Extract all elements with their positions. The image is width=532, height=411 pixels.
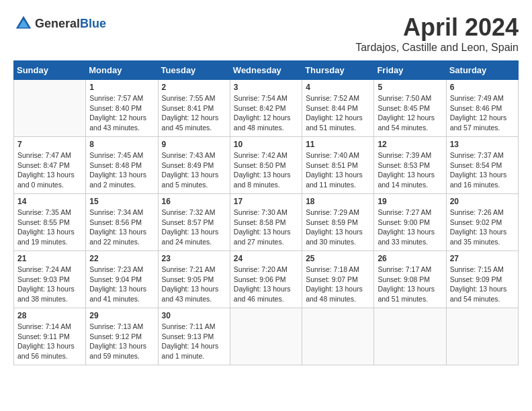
day-number: 7 xyxy=(17,140,82,149)
day-number: 26 xyxy=(378,254,442,263)
calendar-cell xyxy=(302,308,374,365)
day-number: 30 xyxy=(162,311,226,320)
title-section: April 2024 Tardajos, Castille and Leon, … xyxy=(355,13,519,54)
calendar-cell: 10Sunrise: 7:42 AMSunset: 8:50 PMDayligh… xyxy=(230,137,302,194)
day-info: Sunrise: 7:29 AMSunset: 8:59 PMDaylight:… xyxy=(306,208,370,247)
calendar-cell: 6Sunrise: 7:49 AMSunset: 8:46 PMDaylight… xyxy=(446,80,518,137)
day-info: Sunrise: 7:35 AMSunset: 8:55 PMDaylight:… xyxy=(17,208,82,247)
day-number: 25 xyxy=(306,254,370,263)
day-info: Sunrise: 7:42 AMSunset: 8:50 PMDaylight:… xyxy=(234,150,298,190)
day-header-tuesday: Tuesday xyxy=(158,61,230,80)
calendar-cell: 19Sunrise: 7:27 AMSunset: 9:00 PMDayligh… xyxy=(374,194,446,251)
day-number: 27 xyxy=(450,254,515,263)
day-header-monday: Monday xyxy=(86,61,158,80)
day-number: 22 xyxy=(89,254,154,263)
day-info: Sunrise: 7:27 AMSunset: 9:00 PMDaylight:… xyxy=(378,208,442,247)
day-info: Sunrise: 7:43 AMSunset: 8:49 PMDaylight:… xyxy=(162,150,226,190)
calendar-cell: 4Sunrise: 7:52 AMSunset: 8:44 PMDaylight… xyxy=(302,80,374,137)
day-number: 19 xyxy=(378,197,442,206)
calendar-cell: 2Sunrise: 7:55 AMSunset: 8:41 PMDaylight… xyxy=(158,80,230,137)
week-row-5: 28Sunrise: 7:14 AMSunset: 9:11 PMDayligh… xyxy=(14,308,519,365)
calendar-cell: 9Sunrise: 7:43 AMSunset: 8:49 PMDaylight… xyxy=(158,137,230,194)
day-info: Sunrise: 7:39 AMSunset: 8:53 PMDaylight:… xyxy=(378,150,442,190)
day-header-sunday: Sunday xyxy=(14,61,86,80)
day-info: Sunrise: 7:52 AMSunset: 8:44 PMDaylight:… xyxy=(306,93,370,133)
day-number: 16 xyxy=(162,197,226,206)
logo-icon xyxy=(13,13,34,34)
calendar-cell xyxy=(374,308,446,365)
day-number: 2 xyxy=(162,83,226,92)
calendar-cell xyxy=(446,308,518,365)
day-info: Sunrise: 7:30 AMSunset: 8:58 PMDaylight:… xyxy=(234,208,298,247)
calendar-cell: 18Sunrise: 7:29 AMSunset: 8:59 PMDayligh… xyxy=(302,194,374,251)
calendar-cell: 27Sunrise: 7:15 AMSunset: 9:09 PMDayligh… xyxy=(446,251,518,308)
day-number: 1 xyxy=(89,83,154,92)
calendar-cell: 16Sunrise: 7:32 AMSunset: 8:57 PMDayligh… xyxy=(158,194,230,251)
day-number: 13 xyxy=(450,140,515,149)
day-number: 4 xyxy=(306,83,370,92)
day-info: Sunrise: 7:50 AMSunset: 8:45 PMDaylight:… xyxy=(378,93,442,133)
day-number: 6 xyxy=(450,83,515,92)
day-number: 29 xyxy=(89,311,154,320)
calendar-cell: 21Sunrise: 7:24 AMSunset: 9:03 PMDayligh… xyxy=(14,251,86,308)
calendar-cell: 25Sunrise: 7:18 AMSunset: 9:07 PMDayligh… xyxy=(302,251,374,308)
day-info: Sunrise: 7:13 AMSunset: 9:12 PMDaylight:… xyxy=(89,322,154,361)
day-info: Sunrise: 7:54 AMSunset: 8:42 PMDaylight:… xyxy=(234,93,298,133)
day-info: Sunrise: 7:40 AMSunset: 8:51 PMDaylight:… xyxy=(306,150,370,190)
day-number: 17 xyxy=(234,197,298,206)
calendar-table: SundayMondayTuesdayWednesdayThursdayFrid… xyxy=(13,60,519,365)
day-number: 28 xyxy=(17,311,82,320)
day-info: Sunrise: 7:23 AMSunset: 9:04 PMDaylight:… xyxy=(89,265,154,304)
day-info: Sunrise: 7:49 AMSunset: 8:46 PMDaylight:… xyxy=(450,93,515,133)
day-info: Sunrise: 7:11 AMSunset: 9:13 PMDaylight:… xyxy=(162,322,226,361)
day-info: Sunrise: 7:55 AMSunset: 8:41 PMDaylight:… xyxy=(162,93,226,133)
day-info: Sunrise: 7:15 AMSunset: 9:09 PMDaylight:… xyxy=(450,265,515,304)
day-info: Sunrise: 7:24 AMSunset: 9:03 PMDaylight:… xyxy=(17,265,82,304)
calendar-cell: 1Sunrise: 7:57 AMSunset: 8:40 PMDaylight… xyxy=(86,80,158,137)
logo-text-general: General xyxy=(35,17,80,30)
calendar-cell: 20Sunrise: 7:26 AMSunset: 9:02 PMDayligh… xyxy=(446,194,518,251)
day-header-saturday: Saturday xyxy=(446,61,518,80)
day-number: 11 xyxy=(306,140,370,149)
days-header-row: SundayMondayTuesdayWednesdayThursdayFrid… xyxy=(14,61,519,80)
day-info: Sunrise: 7:17 AMSunset: 9:08 PMDaylight:… xyxy=(378,265,442,304)
day-info: Sunrise: 7:37 AMSunset: 8:54 PMDaylight:… xyxy=(450,150,515,190)
month-title: April 2024 xyxy=(355,13,519,42)
calendar-cell: 24Sunrise: 7:20 AMSunset: 9:06 PMDayligh… xyxy=(230,251,302,308)
day-info: Sunrise: 7:20 AMSunset: 9:06 PMDaylight:… xyxy=(234,265,298,304)
logo: GeneralBlue xyxy=(13,13,106,34)
calendar-cell: 17Sunrise: 7:30 AMSunset: 8:58 PMDayligh… xyxy=(230,194,302,251)
week-row-1: 1Sunrise: 7:57 AMSunset: 8:40 PMDaylight… xyxy=(14,80,519,137)
day-number: 24 xyxy=(234,254,298,263)
day-header-wednesday: Wednesday xyxy=(230,61,302,80)
day-info: Sunrise: 7:14 AMSunset: 9:11 PMDaylight:… xyxy=(17,322,82,361)
week-row-2: 7Sunrise: 7:47 AMSunset: 8:47 PMDaylight… xyxy=(14,137,519,194)
calendar-cell: 15Sunrise: 7:34 AMSunset: 8:56 PMDayligh… xyxy=(86,194,158,251)
calendar-cell: 22Sunrise: 7:23 AMSunset: 9:04 PMDayligh… xyxy=(86,251,158,308)
calendar-cell: 13Sunrise: 7:37 AMSunset: 8:54 PMDayligh… xyxy=(446,137,518,194)
calendar-cell: 28Sunrise: 7:14 AMSunset: 9:11 PMDayligh… xyxy=(14,308,86,365)
day-info: Sunrise: 7:45 AMSunset: 8:48 PMDaylight:… xyxy=(89,150,154,190)
day-number: 15 xyxy=(89,197,154,206)
day-number: 18 xyxy=(306,197,370,206)
day-number: 23 xyxy=(162,254,226,263)
calendar-cell: 14Sunrise: 7:35 AMSunset: 8:55 PMDayligh… xyxy=(14,194,86,251)
day-info: Sunrise: 7:34 AMSunset: 8:56 PMDaylight:… xyxy=(89,208,154,247)
day-info: Sunrise: 7:26 AMSunset: 9:02 PMDaylight:… xyxy=(450,208,515,247)
day-number: 21 xyxy=(17,254,82,263)
location-title: Tardajos, Castille and Leon, Spain xyxy=(355,42,519,54)
day-info: Sunrise: 7:18 AMSunset: 9:07 PMDaylight:… xyxy=(306,265,370,304)
day-info: Sunrise: 7:57 AMSunset: 8:40 PMDaylight:… xyxy=(89,93,154,133)
calendar-cell xyxy=(14,80,86,137)
day-number: 20 xyxy=(450,197,515,206)
day-header-thursday: Thursday xyxy=(302,61,374,80)
day-info: Sunrise: 7:32 AMSunset: 8:57 PMDaylight:… xyxy=(162,208,226,247)
day-number: 14 xyxy=(17,197,82,206)
day-number: 3 xyxy=(234,83,298,92)
day-info: Sunrise: 7:21 AMSunset: 9:05 PMDaylight:… xyxy=(162,265,226,304)
calendar-cell xyxy=(230,308,302,365)
logo-text-blue: Blue xyxy=(80,17,106,30)
calendar-cell: 30Sunrise: 7:11 AMSunset: 9:13 PMDayligh… xyxy=(158,308,230,365)
calendar-cell: 26Sunrise: 7:17 AMSunset: 9:08 PMDayligh… xyxy=(374,251,446,308)
calendar-cell: 11Sunrise: 7:40 AMSunset: 8:51 PMDayligh… xyxy=(302,137,374,194)
